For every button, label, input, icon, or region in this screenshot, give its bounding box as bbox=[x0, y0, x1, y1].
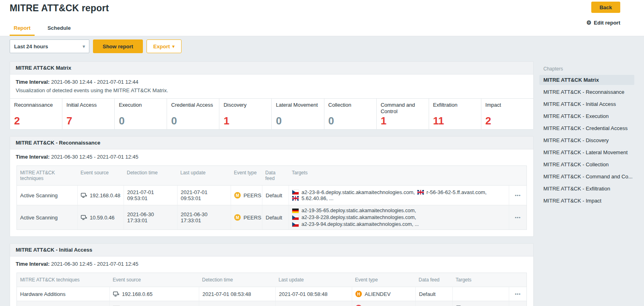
col-last-update: Last update bbox=[275, 273, 352, 287]
col-targets: Targets bbox=[289, 166, 509, 185]
tactic-count: 7 bbox=[66, 116, 110, 126]
chapter-item-lateral-movement[interactable]: MITRE ATT&CK - Lateral Movement bbox=[539, 147, 634, 157]
more-options-icon[interactable]: ••• bbox=[515, 215, 521, 219]
chapter-item-command-and-control[interactable]: MITRE ATT&CK - Command and Co... bbox=[539, 172, 634, 182]
col-event-source: Event source bbox=[77, 166, 124, 185]
flag-icon bbox=[292, 196, 299, 201]
flag-icon bbox=[292, 215, 299, 220]
edit-report-label: Edit report bbox=[594, 20, 620, 26]
time-range-value: Last 24 hours bbox=[14, 43, 48, 50]
chapter-item-initial-access[interactable]: MITRE ATT&CK - Initial Access bbox=[539, 99, 634, 109]
chapter-item-discovery[interactable]: MITRE ATT&CK - Discovery bbox=[539, 135, 634, 145]
chapter-item-matrix[interactable]: MITRE ATT&CK Matrix bbox=[539, 75, 634, 85]
target: r-56-36-62-5.ff.avast.com, bbox=[417, 189, 487, 195]
chapter-item-collection[interactable]: MITRE ATT&CK - Collection bbox=[539, 159, 634, 170]
tab-schedule[interactable]: Schedule bbox=[43, 23, 75, 36]
tactic-count: 1 bbox=[223, 116, 267, 126]
more-options-icon[interactable]: ••• bbox=[515, 292, 521, 296]
panel-title: MITRE ATT&CK - Reconnaissance bbox=[10, 136, 533, 149]
time-interval-label: Time Interval: bbox=[16, 79, 50, 85]
target: a2-23-8-228.deploy.static.akamaitechnolo… bbox=[292, 214, 419, 221]
chapter-item-impact[interactable]: MITRE ATT&CK - Impact bbox=[539, 196, 634, 206]
matrix-tactics-row: Reconnaissance 2 Initial Access 7 Execut… bbox=[10, 98, 533, 129]
target: 5.62.40.86, ... bbox=[292, 195, 334, 201]
panel-initial-access: MITRE ATT&CK - Initial Access Time Inter… bbox=[10, 243, 534, 306]
matrix-cell-impact: Impact 2 bbox=[481, 99, 533, 129]
chapter-item-exfiltration[interactable]: MITRE ATT&CK - Exfiltration bbox=[539, 184, 634, 194]
table-row: Hardware Additions 192.168.0.65 2021-07-… bbox=[17, 287, 526, 301]
tactic-count: 0 bbox=[276, 116, 320, 126]
matrix-cell-collection: Collection 0 bbox=[324, 99, 376, 129]
chevron-down-icon: ▾ bbox=[83, 44, 85, 49]
panel-reconnaissance: MITRE ATT&CK - Reconnaissance Time Inter… bbox=[10, 136, 534, 237]
chapter-item-reconnaissance[interactable]: MITRE ATT&CK - Reconnaissance bbox=[539, 87, 634, 97]
more-options-icon[interactable]: ••• bbox=[515, 193, 521, 197]
event-type-badge-icon: M bbox=[234, 192, 241, 198]
report-toolbar: Last 24 hours ▾ Show report Export ▾ bbox=[10, 39, 182, 53]
target: a2-23-8-6.deploy.static.akamaitechnologi… bbox=[292, 189, 415, 195]
matrix-cell-exfiltration: Exfiltration 11 bbox=[429, 99, 481, 129]
col-data-feed: Data feed bbox=[415, 273, 452, 287]
page-title: MITRE ATT&CK report bbox=[10, 3, 109, 14]
flag-icon bbox=[292, 190, 299, 194]
event-source-cell: 157.230.32.46 bbox=[109, 301, 199, 306]
matrix-cell-command-and-control: Command and Control 1 bbox=[376, 99, 429, 129]
table-header-row: MITRE ATT&CK techniques Event source Det… bbox=[17, 166, 526, 185]
recon-table: MITRE ATT&CK techniques Event source Det… bbox=[17, 165, 527, 230]
gear-icon: ⚙ bbox=[586, 19, 592, 26]
matrix-cell-reconnaissance: Reconnaissance 2 bbox=[10, 99, 62, 129]
time-interval-line: Time Interval: 2021-06-30 12:45 - 2021-0… bbox=[16, 261, 528, 267]
edit-report-button[interactable]: ⚙ Edit report bbox=[586, 19, 620, 26]
tactic-count: 2 bbox=[485, 116, 529, 126]
panel-mitre-matrix: MITRE ATT&CK Matrix Time Interval: 2021-… bbox=[10, 61, 534, 130]
tab-report[interactable]: Report bbox=[10, 23, 35, 36]
panel-title: MITRE ATT&CK - Initial Access bbox=[10, 244, 533, 256]
time-interval-value: 2021-06-30 12:44 - 2021-07-01 12:44 bbox=[51, 79, 138, 85]
col-event-type: Event type bbox=[231, 166, 262, 185]
time-range-select[interactable]: Last 24 hours ▾ bbox=[10, 39, 89, 53]
matrix-cell-credential-access: Credential Access 0 bbox=[167, 99, 219, 129]
chevron-down-icon: ▾ bbox=[172, 44, 175, 49]
data-feed-cell: Default bbox=[415, 301, 452, 306]
actions-cell: ••• bbox=[509, 205, 526, 229]
event-source-cell: 10.59.0.46 bbox=[77, 205, 124, 229]
detection-time-cell: 2021-06-30 17:33:01 bbox=[124, 205, 177, 229]
flag-icon bbox=[417, 190, 424, 194]
chapter-item-execution[interactable]: MITRE ATT&CK - Execution bbox=[539, 111, 634, 121]
flag-icon bbox=[292, 222, 299, 227]
col-event-source: Event source bbox=[109, 273, 199, 287]
targets-cell: a2-23-8-6.deploy.static.akamaitechnologi… bbox=[289, 186, 509, 205]
export-button[interactable]: Export ▾ bbox=[147, 39, 182, 53]
col-last-update: Last update bbox=[177, 166, 231, 185]
top-header: MITRE ATT&CK report Back ⚙ Edit report R… bbox=[0, 0, 644, 36]
back-button[interactable]: Back bbox=[591, 2, 620, 13]
col-actions bbox=[509, 166, 526, 185]
targets-cell: localhost bbox=[452, 301, 509, 306]
tab-bar: Report Schedule bbox=[10, 23, 75, 36]
report-body: MITRE ATT&CK Matrix Time Interval: 2021-… bbox=[10, 61, 534, 306]
data-feed-cell: Default bbox=[415, 287, 452, 301]
target: a2-19-35-65.deploy.static.akamaitechnolo… bbox=[292, 207, 419, 214]
event-type-badge-icon: M bbox=[234, 214, 241, 221]
matrix-cell-execution: Execution 0 bbox=[114, 99, 167, 129]
actions-cell: ••• bbox=[509, 287, 526, 301]
monitor-icon bbox=[113, 292, 119, 297]
actions-cell: ••• bbox=[509, 186, 526, 205]
col-techniques: MITRE ATT&CK techniques bbox=[17, 166, 77, 185]
monitor-icon bbox=[81, 215, 87, 220]
table-row: Active Scanning 192.168.0.48 2021-07-01 … bbox=[17, 185, 526, 205]
col-actions bbox=[509, 273, 526, 287]
col-targets: Targets bbox=[452, 273, 509, 287]
tactic-count: 0 bbox=[171, 116, 215, 126]
chapter-item-credential-access[interactable]: MITRE ATT&CK - Credential Access bbox=[539, 123, 634, 133]
detection-time-cell: 2021-06-30 15:50:50 bbox=[199, 301, 275, 306]
detection-time-cell: 2021-07-01 08:53:48 bbox=[199, 287, 275, 301]
technique-cell: Active Scanning bbox=[17, 205, 77, 229]
show-report-button[interactable]: Show report bbox=[93, 39, 143, 53]
technique-cell: Active Scanning bbox=[17, 186, 77, 205]
matrix-description: Visualization of detected events using t… bbox=[16, 87, 528, 93]
recon-info: Time Interval: 2021-06-30 12:45 - 2021-0… bbox=[10, 149, 533, 165]
matrix-cell-initial-access: Initial Access 7 bbox=[62, 99, 114, 129]
time-interval-line: Time Interval: 2021-06-30 12:44 - 2021-0… bbox=[16, 79, 528, 85]
time-interval-value: 2021-06-30 12:45 - 2021-07-01 12:45 bbox=[51, 154, 138, 160]
